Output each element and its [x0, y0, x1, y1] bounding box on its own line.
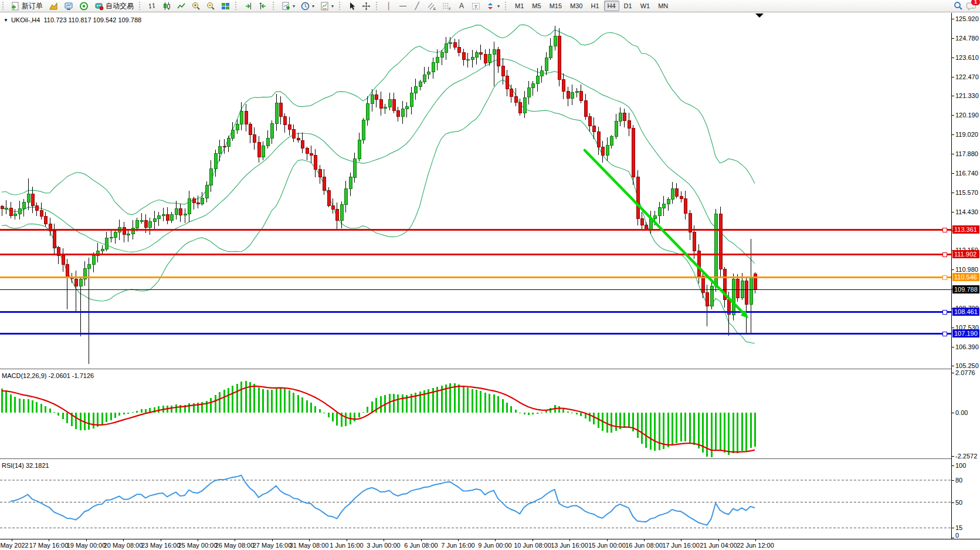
rsi-pane[interactable] — [0, 461, 951, 539]
tile-windows-button[interactable] — [219, 0, 232, 12]
search-icon[interactable] — [954, 1, 963, 11]
timeframe-m5-button[interactable]: M5 — [528, 1, 544, 11]
macd-bar — [215, 395, 216, 413]
bull-candle — [536, 76, 539, 84]
price-line-badge: 110.546 — [952, 273, 979, 281]
bull-candle — [262, 146, 265, 157]
bear-candle — [567, 92, 569, 98]
time-tick-mark — [123, 539, 124, 541]
bear-candle — [379, 100, 382, 109]
signals-button[interactable] — [77, 0, 91, 12]
chart-window[interactable]: ▼UKOil-,H4 110.723 110.817 109.542 109.7… — [0, 12, 980, 550]
template-button[interactable]: ▾ — [318, 0, 336, 12]
macd-bar — [1, 389, 3, 413]
timeframe-mn-button[interactable]: MN — [655, 1, 672, 11]
bear-candle — [501, 66, 504, 76]
toolbar-grip — [339, 2, 343, 10]
macd-bar — [267, 390, 269, 413]
macd-bar — [733, 413, 734, 453]
bull-candle — [414, 86, 417, 93]
time-axis[interactable]: 6 May 202217 May 16:0019 May 00:0020 May… — [0, 539, 980, 550]
one-click-trading-arrow-icon[interactable]: ▼ — [4, 18, 8, 23]
rsi-tick-mark — [952, 480, 954, 481]
time-label: 17 May 16:00 — [29, 542, 69, 549]
label-tool-button[interactable]: T — [469, 0, 483, 12]
auto-scroll-button[interactable] — [242, 0, 255, 12]
timeframe-d1-button[interactable]: D1 — [620, 1, 636, 11]
macd-bar — [262, 389, 264, 413]
time-tick-mark — [644, 539, 645, 541]
timeframe-h1-button[interactable]: H1 — [587, 1, 602, 11]
periods-button[interactable]: ▾ — [299, 0, 317, 12]
macd-bar — [659, 413, 660, 450]
bull-candle — [344, 188, 347, 204]
bear-candle — [249, 124, 252, 135]
bull-candle — [710, 286, 713, 306]
price-tick-label: 125.920 — [955, 15, 979, 22]
line-chart-button[interactable] — [175, 0, 188, 12]
bear-candle — [484, 55, 487, 63]
bear-candle — [292, 129, 295, 139]
charts-gallery-button[interactable] — [46, 0, 60, 12]
new-order-button[interactable]: 新订单 — [9, 0, 45, 12]
bull-candle — [554, 36, 557, 46]
bull-candle — [388, 100, 391, 107]
terminal-button[interactable] — [62, 0, 76, 12]
bull-candle — [714, 214, 717, 286]
timeframe-w1-button[interactable]: W1 — [637, 1, 654, 11]
macd-bar — [362, 412, 364, 413]
bear-candle — [257, 143, 260, 157]
bull-candle — [423, 75, 426, 82]
macd-pane[interactable] — [0, 371, 951, 458]
macd-bar — [402, 394, 403, 413]
bear-candle — [179, 209, 182, 215]
zoom-out-button[interactable] — [204, 0, 218, 12]
zoom-in-button[interactable] — [189, 0, 203, 12]
rsi-tick-mark — [952, 465, 954, 466]
trendline-tool-button[interactable]: ╱ — [411, 0, 423, 12]
macd-bar — [62, 413, 64, 419]
bull-candle — [527, 88, 530, 97]
macd-bar — [88, 413, 90, 430]
bear-candle — [279, 103, 282, 117]
price-tick-mark — [952, 154, 954, 154]
macd-bar — [57, 413, 59, 416]
hline-tool-button[interactable]: — — [396, 0, 409, 12]
fibonacci-tool-button[interactable]: F — [440, 0, 454, 12]
macd-bar — [472, 389, 473, 413]
cursor-tool-button[interactable] — [345, 0, 358, 12]
macd-bar — [380, 396, 382, 413]
macd-bar — [567, 411, 569, 413]
macd-bar — [253, 384, 255, 413]
text-tool-button[interactable]: A — [455, 0, 468, 12]
timeframe-m15-button[interactable]: M15 — [546, 1, 565, 11]
candle-chart-button[interactable] — [160, 0, 174, 12]
channel-tool-button[interactable]: E — [425, 0, 439, 12]
chart-shift-button[interactable] — [256, 0, 270, 12]
price-pane[interactable] — [0, 13, 951, 369]
timeframe-h4-button[interactable]: H4 — [604, 1, 619, 11]
chat-button[interactable]: 1 — [967, 1, 976, 11]
price-tick-label: 116.740 — [955, 170, 978, 177]
macd-bar — [510, 406, 512, 413]
macd-bar — [110, 413, 112, 420]
timeframe-m30-button[interactable]: M30 — [567, 1, 586, 11]
new-chart-button[interactable]: ▾ — [279, 0, 297, 12]
crosshair-tool-button[interactable] — [360, 0, 373, 12]
autotrading-button[interactable]: 自动交易 — [92, 0, 136, 12]
bar-chart-button[interactable] — [145, 0, 159, 12]
bear-candle — [9, 208, 12, 216]
bear-candle — [1, 207, 4, 209]
bull-candle — [13, 214, 16, 215]
price-tick-label: 122.470 — [955, 73, 979, 80]
horizontal-lines-layer[interactable] — [0, 228, 951, 336]
rsi-line — [11, 475, 755, 525]
vline-tool-button[interactable]: │ — [382, 0, 395, 12]
time-label: 26 May 08:00 — [215, 542, 255, 549]
rsi-tick-mark — [952, 528, 954, 528]
bull-candle — [371, 95, 374, 104]
timeframe-m1-button[interactable]: M1 — [511, 1, 527, 11]
price-axis[interactable]: 125.920124.780123.610122.470121.330120.1… — [951, 13, 980, 539]
arrows-tool-button[interactable]: ▾ — [484, 0, 502, 12]
time-tick-mark — [272, 539, 273, 541]
